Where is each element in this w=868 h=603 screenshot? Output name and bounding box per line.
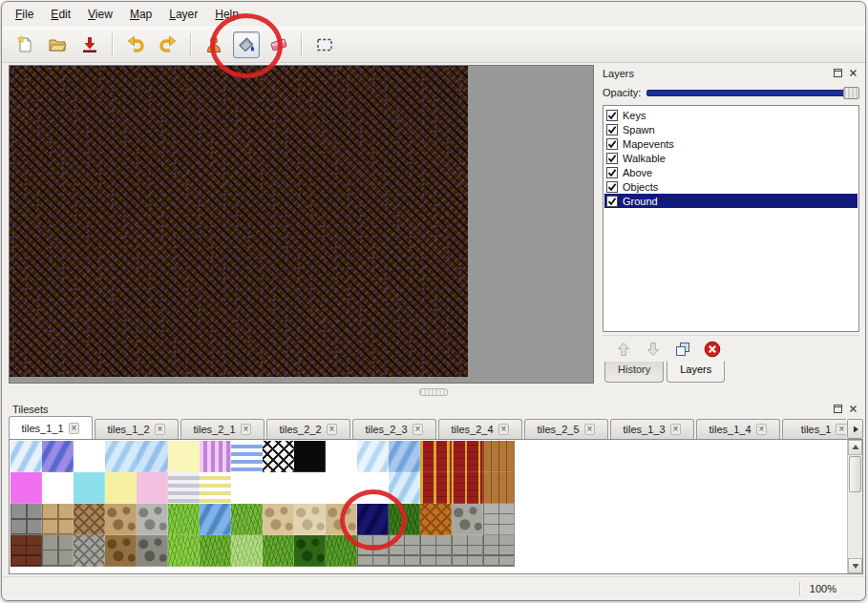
tab-close-icon[interactable]: × [241,424,252,435]
tile-1-5[interactable] [168,472,200,504]
tab-close-icon[interactable]: × [836,424,846,435]
tile-1-7[interactable] [231,472,263,504]
tileset-tab-tiles_1[interactable]: tiles_1× [782,419,846,439]
tile-2-9[interactable] [294,504,326,535]
tile-0-10[interactable] [326,441,357,472]
tile-2-14[interactable] [452,504,483,535]
menu-view[interactable]: View [80,5,120,24]
tileset-tab-tiles_1_4[interactable]: tiles_1_4× [696,419,780,439]
tab-close-icon[interactable]: × [670,424,682,435]
tab-close-icon[interactable]: × [413,424,424,435]
layer-row-above[interactable]: Above [604,165,857,179]
tileset-tab-tiles_1_1[interactable]: tiles_1_1× [9,416,93,439]
tile-1-6[interactable] [200,472,231,504]
layer-row-objects[interactable]: Objects [604,179,857,194]
tileset-tab-tiles_1_2[interactable]: tiles_1_2× [95,419,179,439]
tile-3-5[interactable] [168,535,200,567]
layer-checkbox[interactable] [606,153,618,164]
tile-3-9[interactable] [294,535,326,567]
tile-1-0[interactable] [11,472,42,504]
layer-checkbox[interactable] [606,181,618,193]
tileset-tab-tiles_1_3[interactable]: tiles_1_3× [610,419,694,439]
tile-1-11[interactable] [357,472,389,504]
tileset-tab-tiles_2_5[interactable]: tiles_2_5× [524,419,608,439]
tile-2-11[interactable] [357,504,389,535]
save-button[interactable] [76,31,103,58]
rect-select-button[interactable] [311,31,338,58]
tile-0-6[interactable] [200,441,231,472]
tile-3-8[interactable] [263,535,294,567]
tile-0-9[interactable] [294,441,326,472]
layer-row-walkable[interactable]: Walkable [604,151,857,165]
raise-layer-button[interactable] [614,340,633,359]
splitter[interactable] [2,385,865,399]
tile-0-11[interactable] [357,441,389,472]
tile-3-0[interactable] [11,535,42,567]
tile-0-4[interactable] [137,441,168,472]
tile-3-2[interactable] [74,535,105,567]
tile-2-8[interactable] [263,504,294,535]
tab-close-icon[interactable]: × [498,424,510,435]
tile-0-14[interactable] [452,441,483,472]
close-panel-icon[interactable] [847,403,859,415]
tile-1-10[interactable] [326,472,357,504]
tile-3-6[interactable] [200,535,231,567]
tile-3-11[interactable] [357,535,389,567]
layer-checkbox[interactable] [606,138,618,150]
tile-2-2[interactable] [74,504,105,535]
tile-0-7[interactable] [231,441,263,472]
tile-3-14[interactable] [452,535,483,567]
map-viewport[interactable] [9,65,594,384]
layer-checkbox[interactable] [606,110,618,121]
tile-0-2[interactable] [74,441,105,472]
tileset-scrollbar[interactable] [847,440,862,573]
tab-close-icon[interactable]: × [327,424,338,435]
menu-file[interactable]: File [8,5,41,24]
opacity-slider[interactable] [646,86,859,100]
open-button[interactable] [44,31,71,58]
tile-3-4[interactable] [137,535,168,567]
tile-0-1[interactable] [42,441,74,472]
tile-0-0[interactable] [11,441,42,472]
tile-0-15[interactable] [483,441,515,472]
scroll-down-button[interactable] [848,558,862,573]
tile-2-6[interactable] [200,504,231,535]
tab-close-icon[interactable]: × [756,424,768,435]
layer-checkbox[interactable] [606,124,618,135]
layer-row-ground[interactable]: Ground [604,194,857,208]
menu-map[interactable]: Map [122,5,159,24]
tile-1-13[interactable] [420,472,452,504]
splitter-grip[interactable] [419,388,448,396]
tile-0-13[interactable] [420,441,452,472]
tile-0-12[interactable] [389,441,420,472]
tile-2-5[interactable] [168,504,200,535]
layer-row-spawn[interactable]: Spawn [604,122,857,136]
menu-help[interactable]: Help [207,5,246,24]
undo-button[interactable] [122,31,149,58]
tileset-tab-tiles_2_2[interactable]: tiles_2_2× [266,419,350,439]
tile-3-12[interactable] [389,535,420,567]
tile-3-7[interactable] [231,535,263,567]
duplicate-layer-button[interactable] [673,340,692,359]
tile-1-14[interactable] [452,472,483,504]
opacity-slider-handle[interactable] [843,87,859,99]
new-file-button[interactable] [11,31,38,58]
tab-close-icon[interactable]: × [584,424,596,435]
tile-2-1[interactable] [42,504,74,535]
tile-2-4[interactable] [137,504,168,535]
tile-1-2[interactable] [74,472,105,504]
tile-1-9[interactable] [294,472,326,504]
float-panel-icon[interactable] [832,67,844,79]
tileset-tab-tiles_2_3[interactable]: tiles_2_3× [352,419,436,439]
tile-2-7[interactable] [231,504,263,535]
close-panel-icon[interactable] [847,67,859,79]
tile-1-4[interactable] [137,472,168,504]
tile-0-8[interactable] [263,441,294,472]
tab-scroll-right-button[interactable] [847,419,863,439]
tile-3-15[interactable] [483,535,515,567]
tile-3-1[interactable] [42,535,74,567]
layer-row-keys[interactable]: Keys [604,108,857,122]
tile-0-3[interactable] [105,441,137,472]
menu-layer[interactable]: Layer [161,5,205,24]
scroll-up-button[interactable] [848,440,862,455]
